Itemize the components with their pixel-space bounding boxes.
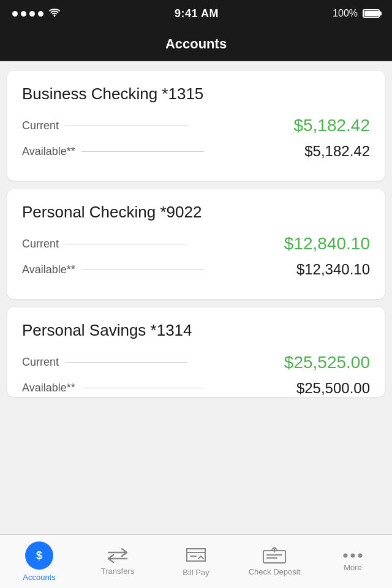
tab-more[interactable]: More — [314, 535, 392, 588]
svg-text:$: $ — [36, 549, 42, 562]
svg-point-5 — [358, 553, 363, 557]
available-amount-2: $12,340.10 — [296, 261, 370, 278]
current-balance-row-1: Current $5,182.42 — [22, 116, 370, 135]
available-label-2: Available** — [22, 263, 75, 276]
tab-check-deposit[interactable]: Check Deposit — [235, 535, 314, 588]
accounts-icon-circle: $ — [25, 541, 53, 570]
signal-dots — [12, 11, 43, 17]
battery-icon — [363, 9, 380, 18]
account-name-personal-checking: Personal Checking *9022 — [22, 203, 370, 222]
svg-point-3 — [344, 553, 348, 557]
page-title: Accounts — [165, 36, 227, 52]
available-label-3: Available** — [22, 382, 75, 394]
svg-point-4 — [351, 553, 355, 557]
account-card-personal-savings[interactable]: Personal Savings *1314 Current $25,525.0… — [7, 307, 385, 396]
tab-transfers[interactable]: Transfers — [78, 535, 157, 588]
svg-point-0 — [54, 15, 56, 17]
tab-bar: $ Accounts Transfers Bill Pay Check Depo… — [0, 534, 392, 588]
current-balance-row-3: Current $25,525.00 — [22, 353, 370, 372]
current-label-2: Current — [22, 238, 59, 251]
accounts-list[interactable]: Business Checking *1315 Current $5,182.4… — [0, 61, 392, 534]
current-balance-row-2: Current $12,840.10 — [22, 234, 370, 254]
check-deposit-icon — [262, 547, 287, 564]
current-label-1: Current — [22, 119, 59, 132]
battery-percent: 100% — [333, 8, 358, 19]
available-balance-row-3: Available** $25,500.00 — [22, 380, 370, 397]
current-amount-2: $12,840.10 — [284, 234, 370, 254]
current-amount-3: $25,525.00 — [284, 353, 370, 372]
status-bar: 9:41 AM 100% — [0, 0, 392, 27]
tab-check-deposit-label: Check Deposit — [249, 567, 301, 576]
transfers-icon — [106, 548, 129, 564]
available-balance-row-1: Available** $5,182.42 — [22, 143, 370, 160]
account-name-personal-savings: Personal Savings *1314 — [22, 321, 370, 340]
bill-pay-icon — [185, 546, 207, 565]
wifi-icon — [48, 8, 61, 20]
tab-accounts[interactable]: $ Accounts — [0, 535, 78, 588]
dollar-icon: $ — [32, 548, 47, 563]
available-label-1: Available** — [22, 145, 75, 158]
current-amount-1: $5,182.42 — [293, 116, 370, 135]
status-time: 9:41 AM — [175, 7, 219, 20]
account-card-personal-checking[interactable]: Personal Checking *9022 Current $12,840.… — [7, 189, 385, 299]
tab-bill-pay-label: Bill Pay — [183, 568, 209, 577]
current-label-3: Current — [22, 356, 59, 369]
account-card-business-checking[interactable]: Business Checking *1315 Current $5,182.4… — [7, 71, 385, 181]
tab-bill-pay[interactable]: Bill Pay — [157, 535, 235, 588]
signal-dot-2 — [21, 11, 26, 17]
signal-dot-4 — [38, 11, 43, 17]
status-right: 100% — [333, 8, 380, 19]
more-icon — [342, 551, 364, 560]
tab-transfers-label: Transfers — [101, 567, 134, 576]
signal-dot-1 — [12, 11, 18, 17]
nav-bar: Accounts — [0, 27, 392, 61]
available-amount-1: $5,182.42 — [304, 143, 370, 160]
account-name-business: Business Checking *1315 — [22, 85, 370, 104]
available-amount-3: $25,500.00 — [296, 380, 370, 397]
signal-dot-3 — [29, 11, 35, 17]
available-balance-row-2: Available** $12,340.10 — [22, 261, 370, 278]
tab-accounts-label: Accounts — [23, 573, 55, 582]
status-left — [12, 8, 61, 20]
tab-more-label: More — [344, 563, 362, 572]
